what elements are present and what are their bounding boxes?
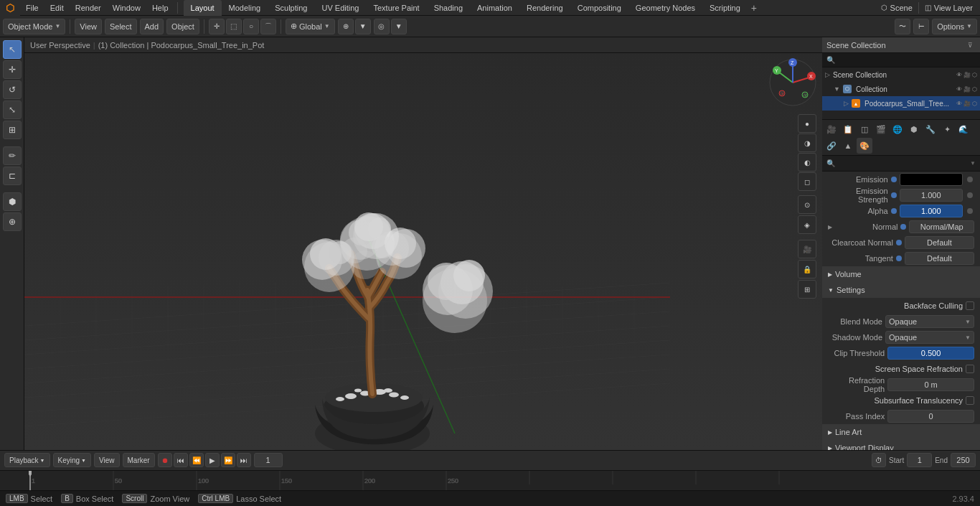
timeline-marker-menu[interactable]: Marker bbox=[123, 453, 155, 467]
outliner-row-collection[interactable]: ▼ ⬡ Collection 👁 🎥 ⬡ bbox=[822, 82, 980, 96]
viewport-shading-material[interactable]: ◑ bbox=[798, 133, 816, 152]
transform-tool[interactable]: ⊞ bbox=[3, 121, 22, 139]
tab-scripting[interactable]: Scripting bbox=[702, 0, 748, 16]
timeline-playback-menu[interactable]: Playback ▼ bbox=[4, 453, 50, 467]
select-tool[interactable]: ↖ bbox=[3, 40, 22, 59]
tab-animation[interactable]: Animation bbox=[470, 0, 519, 16]
cursor-tool[interactable]: ✛ bbox=[209, 19, 225, 34]
tab-texture-paint[interactable]: Texture Paint bbox=[366, 0, 426, 16]
prop-particles-icon[interactable]: ✦ bbox=[939, 121, 955, 137]
add-cube-tool[interactable]: ⬢ bbox=[3, 192, 22, 211]
prop-world-icon[interactable]: 🌐 bbox=[890, 121, 905, 137]
tab-geometry-nodes[interactable]: Geometry Nodes bbox=[628, 0, 702, 16]
refraction-depth-value[interactable]: 0 m bbox=[887, 378, 974, 391]
prop-scene-icon[interactable]: 🎬 bbox=[873, 121, 889, 137]
viewport-shading-wireframe[interactable]: ◻ bbox=[798, 172, 816, 191]
record-button[interactable]: ⏺ bbox=[158, 453, 172, 467]
filter-icon[interactable]: ⊽ bbox=[964, 39, 976, 51]
jump-end-button[interactable]: ⏭ bbox=[237, 453, 251, 467]
alpha-dot[interactable] bbox=[891, 208, 897, 214]
play-button[interactable]: ▶ bbox=[205, 453, 220, 467]
move-tool[interactable]: ✛ bbox=[3, 60, 22, 79]
clip-threshold-value[interactable]: 0.500 bbox=[887, 347, 974, 360]
menu-render[interactable]: Render bbox=[70, 0, 107, 16]
normal-dot[interactable] bbox=[900, 224, 906, 230]
prop-constraints-icon[interactable]: 🔗 bbox=[824, 138, 839, 154]
snap-settings[interactable]: ▼ bbox=[355, 19, 371, 34]
prop-object-data-icon[interactable]: ▲ bbox=[840, 138, 856, 154]
blend-mode-dropdown[interactable]: Opaque ▼ bbox=[885, 315, 974, 328]
view-menu[interactable]: View bbox=[75, 19, 102, 34]
emission-strength-dot[interactable] bbox=[891, 192, 897, 198]
tangent-value[interactable]: Default bbox=[905, 252, 974, 265]
prop-material-icon[interactable]: 🎨 bbox=[857, 138, 872, 154]
graph-icon[interactable]: 〜 bbox=[895, 19, 910, 34]
tab-rendering[interactable]: Rendering bbox=[519, 0, 570, 16]
jump-start-button[interactable]: ⏮ bbox=[174, 453, 188, 467]
lock-camera-btn[interactable]: 🔒 bbox=[798, 260, 816, 278]
line-art-section-header[interactable]: ▶ Line Art bbox=[822, 424, 980, 440]
tangent-dot[interactable] bbox=[896, 256, 902, 261]
viewport-shading-solid[interactable]: ● bbox=[798, 114, 816, 133]
select-lasso-tool[interactable]: ⌒ bbox=[260, 19, 276, 34]
backface-culling-checkbox[interactable] bbox=[966, 301, 974, 310]
volume-section-header[interactable]: ▶ Volume bbox=[822, 266, 980, 282]
tab-compositing[interactable]: Compositing bbox=[570, 0, 628, 16]
camera-view-btn[interactable]: 🎥 bbox=[798, 240, 816, 258]
filter-icon[interactable]: ⊢ bbox=[913, 19, 929, 34]
tab-modeling[interactable]: Modeling bbox=[222, 0, 268, 16]
menu-file[interactable]: File bbox=[20, 0, 44, 16]
origin-tool[interactable]: ⊕ bbox=[3, 212, 22, 231]
select-box-tool[interactable]: ⬚ bbox=[226, 19, 242, 34]
annotate-tool[interactable]: ✏ bbox=[3, 146, 22, 165]
timeline-ruler[interactable]: 1 50 100 150 200 250 bbox=[0, 471, 980, 490]
outliner-search-input[interactable] bbox=[838, 56, 976, 64]
menu-window[interactable]: Window bbox=[107, 0, 146, 16]
outliner-row-object[interactable]: ▷ ▲ Podocarpus_Small_Tree... 👁 🎥 ⬡ bbox=[822, 96, 980, 111]
add-workspace-button[interactable]: + bbox=[748, 1, 760, 14]
prop-view-layer-icon[interactable]: ◫ bbox=[857, 121, 872, 137]
select-menu[interactable]: Select bbox=[105, 19, 137, 34]
normal-value[interactable]: Normal/Map bbox=[909, 220, 974, 233]
subsurface-translucency-checkbox[interactable] bbox=[966, 396, 974, 405]
tab-uv-editing[interactable]: UV Editing bbox=[314, 0, 366, 16]
alpha-value[interactable]: 1.000 bbox=[900, 205, 963, 217]
viewport-gizmo-toggle[interactable]: ◈ bbox=[798, 215, 816, 234]
prop-modifiers-icon[interactable]: 🔧 bbox=[923, 121, 938, 137]
rotate-tool[interactable]: ↺ bbox=[3, 80, 22, 99]
end-frame-field[interactable]: 250 bbox=[951, 453, 976, 467]
tab-layout[interactable]: Layout bbox=[184, 0, 222, 16]
pass-index-value[interactable]: 0 bbox=[887, 410, 974, 423]
object-menu[interactable]: Object bbox=[166, 19, 199, 34]
timeline-keying-menu[interactable]: Keying ▼ bbox=[53, 453, 92, 467]
viewport-display-section-header[interactable]: ▶ Viewport Display bbox=[822, 440, 980, 450]
outliner-row-scene-collection[interactable]: ▷ Scene Collection 👁 🎥 ⬡ bbox=[822, 67, 980, 82]
viewport-overlay-toggle[interactable]: ⊙ bbox=[798, 195, 816, 214]
step-forward-button[interactable]: ⏩ bbox=[221, 453, 235, 467]
mode-selector[interactable]: Object Mode ▼ bbox=[3, 19, 65, 34]
tab-shading[interactable]: Shading bbox=[427, 0, 470, 16]
3d-viewport[interactable]: Y X Z -X -Y bbox=[24, 53, 822, 450]
scale-tool[interactable]: ⤡ bbox=[3, 100, 22, 119]
properties-search[interactable]: 🔍 ▼ bbox=[822, 156, 980, 172]
prop-render-icon[interactable]: 🎥 bbox=[824, 121, 839, 137]
measure-tool[interactable]: ⊏ bbox=[3, 167, 22, 185]
proportional-settings[interactable]: ▼ bbox=[391, 19, 407, 34]
prop-output-icon[interactable]: 📋 bbox=[840, 121, 856, 137]
view-layer-selector[interactable]: ◫ View Layer bbox=[920, 2, 977, 14]
menu-edit[interactable]: Edit bbox=[44, 0, 70, 16]
add-menu[interactable]: Add bbox=[140, 19, 164, 34]
navigation-gizmo[interactable]: Y X Z -X -Y bbox=[768, 57, 818, 108]
options-button[interactable]: Options ▼ bbox=[932, 19, 977, 34]
start-frame-field[interactable]: 1 bbox=[907, 453, 932, 467]
clearcoat-normal-dot[interactable] bbox=[896, 240, 902, 245]
menu-help[interactable]: Help bbox=[146, 0, 174, 16]
tab-sculpting[interactable]: Sculpting bbox=[268, 0, 314, 16]
current-frame-field[interactable]: 1 bbox=[254, 453, 283, 467]
emission-dot[interactable] bbox=[891, 177, 897, 182]
emission-strength-value[interactable]: 1.000 bbox=[900, 189, 963, 202]
timeline-view-menu[interactable]: View bbox=[94, 453, 120, 467]
settings-section-header[interactable]: ▼ Settings bbox=[822, 282, 980, 298]
properties-search-input[interactable] bbox=[835, 159, 970, 167]
prop-physics-icon[interactable]: 🌊 bbox=[956, 121, 971, 137]
